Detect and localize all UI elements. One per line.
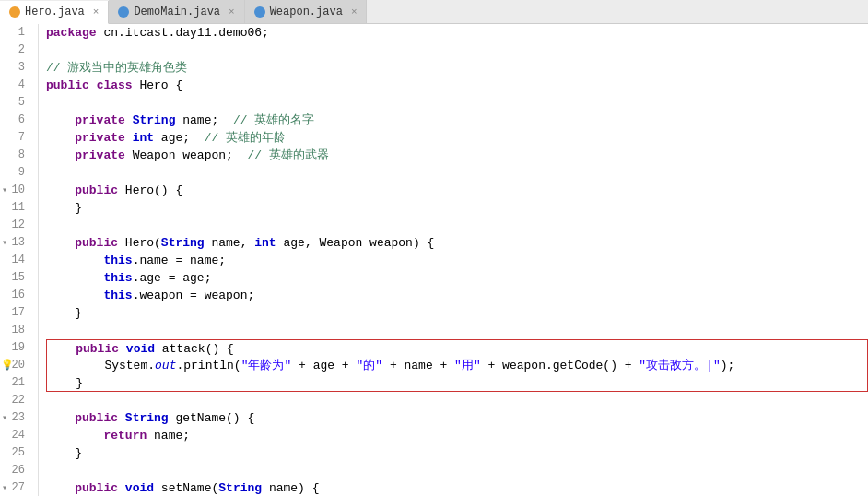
line-numbers: 1 2 3 4 5 6 7 8 9 ▾10 11 12 ▾13 14 15 16… [0,24,39,496]
tab-weapon[interactable]: Weapon.java × [245,0,368,23]
line-num-15: 15 [0,269,30,287]
code-line-11: } [46,199,868,217]
line-num-4: 4 [0,77,30,94]
tab-hero[interactable]: Hero.java × [0,1,109,24]
code-line-18 [46,322,868,339]
tab-icon-weapon [254,6,265,18]
code-line-3: // 游戏当中的英雄角色类 [46,59,868,77]
code-line-27: public void setName(String name) { [46,479,868,496]
code-line-13: public Hero(String name, int age, Weapon… [46,234,868,252]
code-line-9 [46,164,868,182]
line-num-1: 1 [0,24,30,41]
code-line-26 [46,462,868,479]
code-line-14: this.name = name; [46,252,868,269]
line-num-6: 6 [0,112,30,129]
line-num-10: ▾10 [0,182,30,199]
code-line-12 [46,217,868,234]
code-line-21: } [46,374,868,392]
line-num-5: 5 [0,94,30,112]
code-line-6: private String name; // 英雄的名字 [46,112,868,129]
line-num-25: 25 [0,444,30,462]
tab-close-hero[interactable]: × [93,6,100,18]
code-line-4: public class Hero { [46,77,868,94]
code-line-15: this.age = age; [46,269,868,287]
line-num-9: 9 [0,164,30,182]
code-line-16: this.weapon = weapon; [46,287,868,304]
line-num-23: ▾23 [0,409,30,427]
line-num-13: ▾13 [0,234,30,252]
line-num-7: 7 [0,129,30,147]
code-line-10: public Hero() { [46,182,868,199]
code-line-23: public String getName() { [46,409,868,427]
line-num-2: 2 [0,41,30,59]
code-line-22 [46,392,868,409]
line-num-21: 21 [0,374,30,392]
line-num-11: 11 [0,199,30,217]
code-line-24: return name; [46,427,868,444]
line-num-19: 19 [0,339,30,357]
line-num-26: 26 [0,462,30,479]
tab-close-weapon[interactable]: × [351,6,358,18]
code-line-2 [46,41,868,59]
line-num-24: 24 [0,427,30,444]
tab-label-demomain: DemoMain.java [134,6,220,18]
line-num-14: 14 [0,252,30,269]
line-num-8: 8 [0,147,30,164]
code-line-5 [46,94,868,112]
code-line-7: private int age; // 英雄的年龄 [46,129,868,147]
code-line-1: package cn.itcast.day11.demo06; [46,24,868,41]
line-num-3: 3 [0,59,30,77]
line-num-12: 12 [0,217,30,234]
line-num-16: 16 [0,287,30,304]
tab-label-hero: Hero.java [25,6,85,18]
code-line-8: private Weapon weapon; // 英雄的武器 [46,147,868,164]
code-line-20: System.out.println("年龄为" + age + "的" + n… [46,357,868,374]
comment-hero-class: // 游戏当中的英雄角色类 [46,59,187,77]
tab-close-demomain[interactable]: × [229,6,235,18]
tab-demomain[interactable]: DemoMain.java × [109,0,244,23]
code-content[interactable]: package cn.itcast.day11.demo06; // 游戏当中的… [39,24,868,496]
line-num-20: 💡20 [0,357,30,374]
line-num-18: 18 [0,322,30,339]
tab-icon-demomain [118,6,129,18]
line-num-27: ▾27 [0,479,30,496]
code-line-19: public void attack() { [46,339,868,357]
line-num-22: 22 [0,392,30,409]
code-line-25: } [46,444,868,462]
editor: 1 2 3 4 5 6 7 8 9 ▾10 11 12 ▾13 14 15 16… [0,24,868,496]
tab-label-weapon: Weapon.java [270,6,343,18]
kw-package: package [46,24,97,41]
tab-icon-hero [9,6,20,18]
line-num-17: 17 [0,304,30,322]
code-line-17: } [46,304,868,322]
tab-bar: Hero.java × DemoMain.java × Weapon.java … [0,0,868,24]
